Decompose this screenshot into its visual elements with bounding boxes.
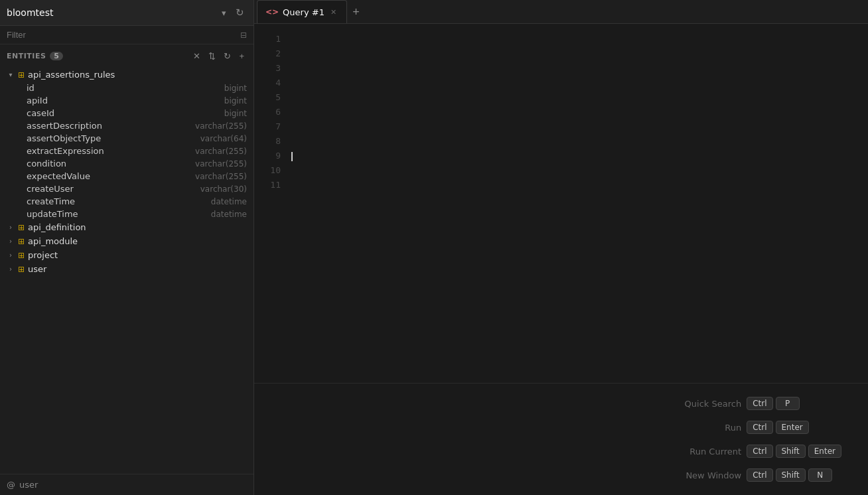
- table-grid-icon: ⊞: [18, 265, 25, 274]
- column-row-caseid: caseId bigint: [0, 107, 253, 119]
- key-shift: Shift: [776, 445, 806, 458]
- tab-bar: <> Query #1 ✕ +: [254, 0, 868, 24]
- column-name-apiid: apiId: [27, 96, 224, 106]
- entities-count-badge: 5: [50, 52, 63, 60]
- table-name-api-definition: api_definition: [28, 222, 86, 232]
- line-number-1: 1: [259, 32, 281, 46]
- table-row-api-module[interactable]: › ⊞ api_module: [0, 234, 253, 248]
- line-number-6: 6: [259, 105, 281, 119]
- add-entity-button[interactable]: +: [236, 50, 247, 62]
- column-row-createuser: createUser varchar(30): [0, 182, 253, 195]
- run-current-keys: Ctrl Shift Enter: [747, 445, 841, 458]
- column-row-createtime: createTime datetime: [0, 195, 253, 208]
- column-name-caseid: caseId: [27, 108, 224, 118]
- table-grid-icon: ⊞: [18, 251, 25, 260]
- add-tab-button[interactable]: +: [348, 6, 364, 18]
- line-number-11: 11: [259, 178, 281, 192]
- key-p: P: [776, 397, 800, 410]
- refresh-entities-button[interactable]: ↻: [221, 50, 234, 62]
- collapse-all-button[interactable]: ✕: [190, 50, 203, 62]
- column-row-assertobjecttype: assertObjectType varchar(64): [0, 132, 253, 145]
- column-type-extractexpression: varchar(255): [195, 147, 247, 156]
- column-type-expectedvalue: varchar(255): [195, 172, 247, 181]
- chevron-right-icon: ›: [7, 238, 15, 245]
- table-row-api-assertions-rules[interactable]: ▾ ⊞ api_assertions_rules: [0, 68, 253, 82]
- line-number-4: 4: [259, 76, 281, 90]
- table-name-user: user: [28, 264, 46, 274]
- chevron-down-icon: ▾: [7, 71, 15, 78]
- filter-row: ⊟: [0, 26, 253, 44]
- column-type-caseid: bigint: [224, 109, 247, 118]
- column-row-updatetime: updateTime datetime: [0, 208, 253, 220]
- query-icon: <>: [265, 7, 279, 17]
- expand-all-button[interactable]: ⇅: [206, 50, 218, 62]
- tab-query1[interactable]: <> Query #1 ✕: [257, 0, 347, 23]
- column-type-updatetime: datetime: [211, 210, 247, 219]
- quick-search-label: Quick Search: [685, 399, 742, 409]
- table-row-project[interactable]: › ⊞ project: [0, 248, 253, 262]
- column-name-createuser: createUser: [27, 184, 200, 194]
- user-at-icon: @: [7, 480, 15, 490]
- column-type-apiid: bigint: [224, 96, 247, 106]
- bottom-user-row: @ @ user user: [0, 474, 253, 495]
- column-type-createuser: varchar(30): [200, 184, 247, 194]
- db-selector-row: bloomtest ▾ ↻: [0, 0, 253, 26]
- key-ctrl: Ctrl: [747, 397, 772, 410]
- key-ctrl: Ctrl: [747, 421, 772, 434]
- key-n: N: [808, 468, 832, 482]
- editor-area: 1 2 3 4 5 6 7 8 9 10 11: [254, 24, 868, 383]
- line-number-9: 9: [259, 149, 281, 163]
- db-refresh-button[interactable]: ↻: [233, 5, 247, 20]
- column-type-id: bigint: [224, 84, 247, 93]
- run-label: Run: [685, 423, 742, 433]
- column-name-condition: condition: [27, 159, 195, 169]
- column-type-assertdescription: varchar(255): [195, 121, 247, 131]
- table-row-user[interactable]: › ⊞ user: [0, 262, 253, 276]
- db-dropdown-button[interactable]: ▾: [219, 7, 229, 19]
- entities-header: ENTITIES 5 ✕ ⇅ ↻ +: [0, 44, 253, 65]
- table-row-api-definition[interactable]: › ⊞ api_definition: [0, 220, 253, 234]
- chevron-right-icon: ›: [7, 251, 15, 259]
- db-name-label: bloomtest: [7, 7, 215, 18]
- column-type-assertobjecttype: varchar(64): [200, 134, 247, 143]
- right-panel: <> Query #1 ✕ + 1 2 3 4 5 6 7 8 9 10 11 …: [254, 0, 868, 495]
- line-number-10: 10: [259, 163, 281, 178]
- column-type-condition: varchar(255): [195, 159, 247, 169]
- line-number-8: 8: [259, 134, 281, 149]
- column-row-assertdescription: assertDescription varchar(255): [0, 119, 253, 132]
- new-window-label: New Window: [685, 470, 742, 480]
- column-name-id: id: [27, 83, 224, 93]
- column-row-extractexpression: extractExpression varchar(255): [0, 145, 253, 157]
- filter-icon: ⊟: [240, 31, 247, 40]
- column-name-updatetime: updateTime: [27, 209, 211, 219]
- key-enter: Enter: [776, 421, 809, 434]
- run-current-label: Run Current: [685, 447, 742, 457]
- entities-actions: ✕ ⇅ ↻ +: [190, 50, 247, 62]
- column-type-createtime: datetime: [211, 197, 247, 206]
- filter-input[interactable]: [7, 30, 238, 40]
- key-enter: Enter: [808, 445, 841, 458]
- left-panel: bloomtest ▾ ↻ ⊟ ENTITIES 5 ✕ ⇅ ↻ + ▾ ⊞ a…: [0, 0, 254, 495]
- run-keys: Ctrl Enter: [747, 421, 841, 434]
- entities-label: ENTITIES: [7, 52, 46, 60]
- line-number-3: 3: [259, 61, 281, 76]
- column-name-assertobjecttype: assertObjectType: [27, 133, 200, 143]
- column-row-condition: condition varchar(255): [0, 157, 253, 170]
- chevron-down-icon: ▾: [222, 8, 226, 18]
- column-name-extractexpression: extractExpression: [27, 146, 195, 156]
- chevron-right-icon: ›: [7, 224, 15, 231]
- tab-query1-label: Query #1: [283, 7, 325, 17]
- tab-close-button[interactable]: ✕: [328, 7, 338, 17]
- table-name-api-module: api_module: [28, 236, 78, 246]
- table-name-project: project: [28, 250, 58, 260]
- line-number-5: 5: [259, 90, 281, 105]
- hints-area: Quick Search Ctrl P Run Ctrl Enter Run C…: [254, 383, 868, 495]
- chevron-right-icon: ›: [7, 265, 15, 273]
- new-window-keys: Ctrl Shift N: [747, 468, 841, 482]
- key-ctrl: Ctrl: [747, 468, 772, 482]
- editor-content[interactable]: [286, 24, 868, 383]
- column-name-assertdescription: assertDescription: [27, 121, 195, 131]
- column-row-id: id bigint: [0, 82, 253, 94]
- line-number-2: 2: [259, 46, 281, 61]
- column-name-createtime: createTime: [27, 196, 211, 206]
